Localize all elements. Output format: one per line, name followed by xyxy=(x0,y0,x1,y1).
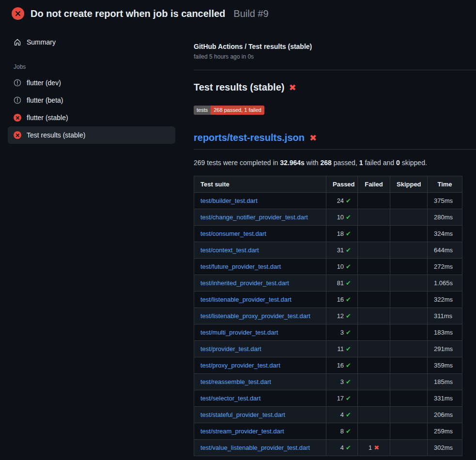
table-row: test/consumer_test.dart 18✔ ✖ 324ms xyxy=(194,226,462,242)
test-suite-link[interactable]: test/provider_test.dart xyxy=(200,345,261,353)
failed-cross-icon: ✖ xyxy=(309,133,317,143)
report-heading: reports/test-results.json ✖ xyxy=(194,132,476,150)
summary-skipped-count: 0 xyxy=(396,159,400,167)
sidebar-job-item[interactable]: flutter (stable) xyxy=(8,109,175,126)
passed-cell: 10✔ xyxy=(326,209,358,226)
sidebar-summary-label: Summary xyxy=(27,38,56,46)
run-header: Do not create report when job is cancell… xyxy=(0,0,476,25)
time-cell: 185ms xyxy=(428,374,462,390)
sidebar-job-item[interactable]: flutter (dev) xyxy=(8,74,175,92)
failed-cell: ✖ xyxy=(358,209,390,226)
home-icon xyxy=(14,38,21,46)
check-icon: ✔ xyxy=(346,246,351,254)
skipped-cell xyxy=(390,324,428,341)
column-header-failed: Failed xyxy=(358,176,390,193)
skipped-cell xyxy=(390,357,428,374)
check-icon: ✔ xyxy=(346,312,351,320)
time-cell: 280ms xyxy=(428,209,462,226)
passed-cell: 4✔ xyxy=(326,407,358,423)
check-icon: ✔ xyxy=(346,279,351,287)
sidebar-job-label: Test results (stable) xyxy=(27,131,85,139)
skipped-cell xyxy=(390,341,428,357)
time-cell: 322ms xyxy=(428,291,462,308)
table-row: test/future_provider_test.dart 10✔ ✖ 272… xyxy=(194,259,462,275)
failed-cell: ✖ xyxy=(358,291,390,308)
summary-duration: 32.964s xyxy=(280,159,305,167)
failed-cell: ✖ xyxy=(358,226,390,242)
time-cell: 183ms xyxy=(428,324,462,341)
check-icon: ✔ xyxy=(346,296,351,303)
column-header-time: Time xyxy=(428,176,462,193)
time-cell: 331ms xyxy=(428,390,462,407)
passed-cell: 3✔ xyxy=(326,374,358,390)
test-suite-link[interactable]: test/inherited_provider_test.dart xyxy=(200,279,289,287)
table-row: test/value_listenable_provider_test.dart… xyxy=(194,440,462,456)
check-icon: ✔ xyxy=(346,378,351,385)
report-file-link[interactable]: reports/test-results.json xyxy=(194,132,305,143)
passed-cell: 81✔ xyxy=(326,275,358,291)
skipped-cell xyxy=(390,242,428,259)
failed-cell: ✖ xyxy=(358,242,390,259)
test-suite-link[interactable]: test/selector_test.dart xyxy=(200,395,261,402)
table-row: test/listenable_provider_test.dart 16✔ ✖… xyxy=(194,291,462,308)
summary-failed-count: 1 xyxy=(359,159,363,167)
passed-cell: 18✔ xyxy=(326,226,358,242)
section-title-text: Test results (stable) xyxy=(194,82,284,93)
passed-cell: 17✔ xyxy=(326,390,358,407)
column-header-test-suite: Test suite xyxy=(194,176,326,193)
table-row: test/stream_provider_test.dart 8✔ ✖ 259m… xyxy=(194,423,462,440)
build-number: Build #9 xyxy=(233,8,268,19)
test-suite-link[interactable]: test/proxy_provider_test.dart xyxy=(200,362,280,369)
section-title: Test results (stable) ✖ xyxy=(194,82,461,93)
test-suite-link[interactable]: test/change_notifier_provider_test.dart xyxy=(200,214,308,221)
skipped-cell xyxy=(390,308,428,324)
sidebar-job-label: flutter (stable) xyxy=(27,114,68,122)
table-row: test/inherited_provider_test.dart 81✔ ✖ … xyxy=(194,275,462,291)
test-suite-link[interactable]: test/context_test.dart xyxy=(200,246,259,254)
test-suite-link[interactable]: test/consumer_test.dart xyxy=(200,230,266,237)
test-suite-link[interactable]: test/future_provider_test.dart xyxy=(200,263,281,270)
failed-cell: ✖ xyxy=(358,423,390,440)
time-cell: 359ms xyxy=(428,357,462,374)
skipped-cell xyxy=(390,209,428,226)
failed-cell: ✖ xyxy=(358,259,390,275)
sidebar-item-summary[interactable]: Summary xyxy=(8,33,175,51)
check-icon: ✔ xyxy=(346,362,351,369)
table-row: test/proxy_provider_test.dart 16✔ ✖ 359m… xyxy=(194,357,462,374)
skipped-cell xyxy=(390,390,428,407)
sidebar-job-item[interactable]: Test results (stable) xyxy=(8,126,175,144)
test-suite-link[interactable]: test/stream_provider_test.dart xyxy=(200,428,284,435)
check-icon: ✔ xyxy=(346,428,351,435)
check-icon: ✔ xyxy=(346,444,351,451)
sidebar-job-item[interactable]: flutter (beta) xyxy=(8,92,175,109)
summary-passed-count: 268 xyxy=(321,159,332,167)
main-content: GitHub Actions / Test results (stable) f… xyxy=(182,25,476,456)
table-row: test/multi_provider_test.dart 3✔ ✖ 183ms xyxy=(194,324,462,341)
divider xyxy=(194,70,476,70)
check-icon: ✔ xyxy=(346,411,351,418)
page-title: Do not create report when job is cancell… xyxy=(31,8,225,19)
failed-cell: ✖ xyxy=(358,374,390,390)
time-cell: 644ms xyxy=(428,242,462,259)
time-cell: 272ms xyxy=(428,259,462,275)
test-suite-link[interactable]: test/multi_provider_test.dart xyxy=(200,329,278,336)
test-suite-link[interactable]: test/builder_test.dart xyxy=(200,197,258,204)
table-row: test/provider_test.dart 11✔ ✖ 291ms xyxy=(194,341,462,357)
test-suite-link[interactable]: test/stateful_provider_test.dart xyxy=(200,411,285,418)
test-suite-link[interactable]: test/listenable_proxy_provider_test.dart xyxy=(200,312,310,320)
passed-cell: 11✔ xyxy=(326,341,358,357)
test-suite-link[interactable]: test/listenable_provider_test.dart xyxy=(200,296,292,303)
table-row: test/listenable_proxy_provider_test.dart… xyxy=(194,308,462,324)
test-suite-link[interactable]: test/reassemble_test.dart xyxy=(200,378,271,385)
failed-cell: ✖ xyxy=(358,390,390,407)
skipped-cell xyxy=(390,291,428,308)
time-cell: 302ms xyxy=(428,440,462,456)
time-cell: 311ms xyxy=(428,308,462,324)
check-icon: ✔ xyxy=(346,197,351,204)
test-suite-link[interactable]: test/value_listenable_provider_test.dart xyxy=(200,444,310,451)
failed-cross-icon: ✖ xyxy=(289,82,296,92)
skipped-cell xyxy=(390,407,428,423)
failed-status-icon xyxy=(14,114,21,122)
passed-cell: 8✔ xyxy=(326,423,358,440)
check-icon: ✔ xyxy=(346,345,351,353)
